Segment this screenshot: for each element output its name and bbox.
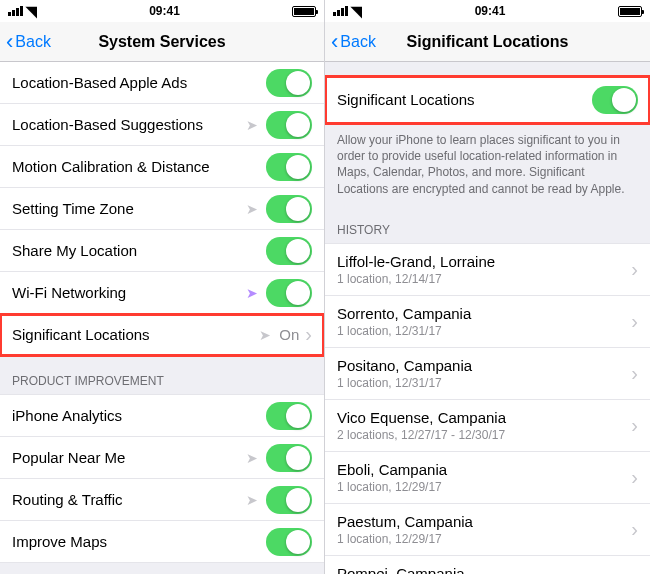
setting-row[interactable]: Routing & Traffic➤ (0, 479, 324, 521)
row-label: Location-Based Apple Ads (12, 74, 266, 91)
row-label: Setting Time Zone (12, 200, 246, 217)
significant-locations-toggle-row[interactable]: Significant Locations (325, 76, 650, 124)
battery-icon (618, 6, 642, 17)
wifi-icon: ◥ (351, 4, 362, 18)
status-bar: ◥ 09:41 (325, 0, 650, 22)
location-arrow-icon: ➤ (246, 492, 258, 508)
history-item-subtitle: 1 location, 12/29/17 (337, 532, 638, 546)
row-label: Significant Locations (337, 91, 592, 108)
history-item-title: Liffol-le-Grand, Lorraine (337, 253, 638, 270)
back-label: Back (340, 33, 376, 51)
history-item-title: Paestum, Campania (337, 513, 638, 530)
toggle-switch[interactable] (266, 69, 312, 97)
history-item-title: Pompei, Campania (337, 565, 638, 574)
setting-row[interactable]: Motion Calibration & Distance (0, 146, 324, 188)
row-label: Wi-Fi Networking (12, 284, 246, 301)
navbar: ‹ Back System Services (0, 22, 324, 62)
toggle-switch[interactable] (266, 111, 312, 139)
history-item[interactable]: Positano, Campania1 location, 12/31/17› (325, 348, 650, 400)
setting-row[interactable]: Wi-Fi Networking➤ (0, 272, 324, 314)
signal-icon (333, 6, 348, 16)
toggle-switch[interactable] (266, 402, 312, 430)
location-arrow-icon: ➤ (246, 450, 258, 466)
location-arrow-icon: ➤ (259, 327, 271, 343)
spacer (325, 62, 650, 76)
history-item-subtitle: 1 location, 12/14/17 (337, 272, 638, 286)
phone-right: ◥ 09:41 ‹ Back Significant Locations Sig… (325, 0, 650, 574)
setting-row[interactable]: Location-Based Suggestions➤ (0, 104, 324, 146)
row-label: Popular Near Me (12, 449, 246, 466)
page-title: System Services (98, 33, 225, 51)
history-item[interactable]: Paestum, Campania1 location, 12/29/17› (325, 504, 650, 556)
toggle-switch[interactable] (266, 528, 312, 556)
toggle-switch[interactable] (592, 86, 638, 114)
history-item[interactable]: Eboli, Campania1 location, 12/29/17› (325, 452, 650, 504)
row-label: Significant Locations (12, 326, 259, 343)
section-header-history: History (325, 209, 650, 244)
history-item-title: Sorrento, Campania (337, 305, 638, 322)
setting-row[interactable]: iPhone Analytics (0, 395, 324, 437)
row-label: Motion Calibration & Distance (12, 158, 266, 175)
history-item-title: Eboli, Campania (337, 461, 638, 478)
status-time: 09:41 (475, 4, 506, 18)
back-label: Back (15, 33, 51, 51)
chevron-right-icon: › (631, 466, 638, 489)
toggle-switch[interactable] (266, 153, 312, 181)
toggle-switch[interactable] (266, 486, 312, 514)
back-button[interactable]: ‹ Back (331, 31, 376, 53)
toggle-switch[interactable] (266, 444, 312, 472)
back-button[interactable]: ‹ Back (6, 31, 51, 53)
setting-row[interactable]: Share My Location (0, 230, 324, 272)
setting-row[interactable]: Popular Near Me➤ (0, 437, 324, 479)
row-label: Location-Based Suggestions (12, 116, 246, 133)
history-item-subtitle: 2 locations, 12/27/17 - 12/30/17 (337, 428, 638, 442)
section-header-product-improvement: Product Improvement (0, 356, 324, 395)
chevron-right-icon: › (631, 362, 638, 385)
significant-locations-row[interactable]: Significant Locations ➤ On › (0, 314, 324, 356)
history-item[interactable]: Pompei, Campania3 locations, 12/27/17 - … (325, 556, 650, 574)
row-label: Routing & Traffic (12, 491, 246, 508)
location-arrow-icon: ➤ (246, 117, 258, 133)
row-label: Share My Location (12, 242, 266, 259)
history-item-subtitle: 1 location, 12/31/17 (337, 324, 638, 338)
history-item-subtitle: 1 location, 12/29/17 (337, 480, 638, 494)
description-text: Allow your iPhone to learn places signif… (325, 124, 650, 209)
status-time: 09:41 (149, 4, 180, 18)
toggle-switch[interactable] (266, 279, 312, 307)
chevron-right-icon: › (631, 518, 638, 541)
chevron-right-icon: › (631, 414, 638, 437)
signal-icon (8, 6, 23, 16)
chevron-left-icon: ‹ (6, 31, 13, 53)
footer-note: Allow Apple to use your frequent locatio… (0, 563, 324, 574)
location-arrow-icon: ➤ (246, 201, 258, 217)
setting-row[interactable]: Improve Maps (0, 521, 324, 563)
location-arrow-icon: ➤ (246, 285, 258, 301)
chevron-right-icon: › (631, 258, 638, 281)
battery-icon (292, 6, 316, 17)
history-item-title: Vico Equense, Campania (337, 409, 638, 426)
history-item-title: Positano, Campania (337, 357, 638, 374)
navbar: ‹ Back Significant Locations (325, 22, 650, 62)
chevron-right-icon: › (305, 323, 312, 346)
history-item[interactable]: Vico Equense, Campania2 locations, 12/27… (325, 400, 650, 452)
setting-row[interactable]: Setting Time Zone➤ (0, 188, 324, 230)
row-label: Improve Maps (12, 533, 266, 550)
history-item-subtitle: 1 location, 12/31/17 (337, 376, 638, 390)
history-item[interactable]: Sorrento, Campania1 location, 12/31/17› (325, 296, 650, 348)
setting-row[interactable]: Location-Based Apple Ads (0, 62, 324, 104)
phone-left: ◥ 09:41 ‹ Back System Services Location-… (0, 0, 325, 574)
page-title: Significant Locations (407, 33, 569, 51)
toggle-switch[interactable] (266, 237, 312, 265)
toggle-switch[interactable] (266, 195, 312, 223)
history-item[interactable]: Liffol-le-Grand, Lorraine1 location, 12/… (325, 244, 650, 296)
row-value: On (279, 326, 299, 343)
chevron-right-icon: › (631, 570, 638, 574)
chevron-right-icon: › (631, 310, 638, 333)
row-label: iPhone Analytics (12, 407, 266, 424)
wifi-icon: ◥ (26, 4, 37, 18)
status-bar: ◥ 09:41 (0, 0, 324, 22)
chevron-left-icon: ‹ (331, 31, 338, 53)
